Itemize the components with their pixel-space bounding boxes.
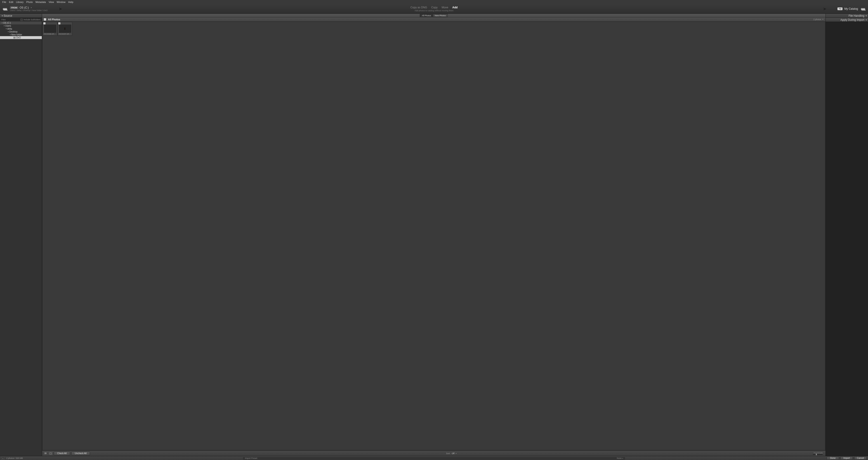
svg-rect-0 [44, 453, 45, 453]
done-button[interactable]: Done [827, 457, 839, 460]
files-row: Files Include Subfolders [0, 18, 42, 22]
menu-view[interactable]: View [47, 1, 55, 3]
import-header: FROM OS (C:) ▸ Users \ deliq \ Desktop \… [0, 4, 868, 14]
grid-header: ✓ All Photos 2 photos ▼ [42, 18, 826, 21]
loupe-view-icon[interactable] [49, 452, 53, 455]
svg-rect-1 [46, 453, 46, 453]
right-panel: File Handling◀Apply During Import◀ [826, 14, 868, 456]
menu-edit[interactable]: Edit [8, 1, 15, 3]
photo-count: 2 photos [813, 18, 822, 21]
status-bar: ▴ 2 photos / 320 MB Import Preset: None … [0, 456, 868, 460]
menu-file[interactable]: File [1, 1, 8, 3]
thumbnail[interactable]: ✓DSC03386-ARW_DxO_... [43, 22, 57, 36]
thumbnail-size-label: Thumbnails [813, 452, 823, 454]
menu-metadata[interactable]: Metadata [34, 1, 47, 3]
include-subfolders-label: Include Subfolders [24, 19, 40, 21]
status-text: 2 photos / 320 MB [6, 457, 23, 459]
sort-label: Sort: [446, 452, 451, 455]
import-preset-box[interactable]: Import Preset: None ▾ [243, 457, 625, 460]
cancel-button[interactable]: Cancel [854, 457, 867, 460]
sort-value[interactable]: Off [452, 452, 455, 455]
files-label: Files [1, 19, 6, 21]
import-actions: Copy as DNGCopyMoveAdd Add photos to cat… [410, 6, 458, 12]
thumb-filename: DSC03497-ARW_DxO_... [58, 33, 72, 35]
thumb-filename: DSC03386-ARW_DxO_... [43, 33, 57, 35]
destination-block[interactable]: ➤ TO My Catalog [821, 6, 868, 11]
menu-library[interactable]: Library [15, 1, 25, 3]
thumb-checkbox[interactable]: ✓ [43, 22, 45, 24]
tree-item-os-c-[interactable]: ▼OS (C:) [0, 22, 42, 24]
menu-help[interactable]: Help [67, 1, 75, 3]
destination-drive-icon [860, 6, 866, 11]
source-drive-icon [2, 6, 8, 11]
filter-all-photos[interactable]: All Photos [420, 14, 433, 17]
flow-arrow-icon: ➤ [59, 6, 62, 11]
thumbnail[interactable]: ✓DSC03497-ARW_DxO_... [58, 22, 72, 36]
source-panel-header[interactable]: ◀ Source [0, 14, 42, 18]
tree-item-dxo[interactable]: DxO [0, 36, 42, 39]
action-copy[interactable]: Copy [431, 6, 438, 9]
source-name: OS (C:) [20, 6, 29, 9]
center-panel: All PhotosNew Photos ✓ All Photos 2 phot… [42, 14, 826, 456]
grid-header-dropdown-icon[interactable]: ▼ [822, 19, 824, 20]
source-path: Users \ deliq \ Desktop \ New folder \ D… [10, 9, 48, 11]
filter-bar: All PhotosNew Photos [42, 14, 826, 18]
left-panel: ◀ Source Files Include Subfolders ▼OS (C… [0, 14, 42, 456]
panel-collapse-icon[interactable]: ◀ [865, 19, 867, 21]
expand-icon[interactable]: ▴ [1, 457, 4, 460]
action-move[interactable]: Move [442, 6, 448, 9]
import-button[interactable]: Import [840, 457, 853, 460]
filter-new-photos[interactable]: New Photos [433, 14, 448, 17]
uncheck-all-button[interactable]: Uncheck All [71, 452, 90, 455]
svg-rect-4 [50, 453, 52, 454]
preset-dropdown-icon[interactable]: ▾ [622, 458, 623, 459]
tree-item-deliq[interactable]: ▼deliq [0, 27, 42, 30]
action-add[interactable]: Add [452, 6, 458, 9]
source-panel-title: Source [4, 14, 12, 18]
action-copy-as-dng[interactable]: Copy as DNG [410, 6, 427, 9]
thumb-checkbox[interactable]: ✓ [58, 22, 60, 24]
grid-footer: Check All Uncheck All Sort: Off ▾ Thumbn… [42, 451, 826, 456]
import-preset-label: Import Preset: [245, 457, 258, 459]
action-subtitle: Add photos to catalog without moving the… [410, 9, 458, 12]
thumbnail-size-slider[interactable] [813, 454, 823, 455]
folder-tree: ▼OS (C:)▼Users▼deliq▼Desktop▼New folderD… [0, 22, 42, 456]
sort-dropdown-icon[interactable]: ▾ [456, 453, 457, 454]
check-all-button[interactable]: Check All [54, 452, 70, 455]
grid-view-icon[interactable] [44, 452, 48, 455]
svg-rect-2 [44, 454, 45, 454]
flow-arrow-icon: ➤ [823, 6, 827, 11]
tree-item-desktop[interactable]: ▼Desktop [0, 30, 42, 33]
tree-item-users[interactable]: ▼Users [0, 24, 42, 27]
source-dropdown-icon[interactable]: ▸ [31, 6, 32, 8]
from-badge: FROM [10, 6, 18, 9]
app-menubar: FileEditLibraryPhotoMetadataViewWindowHe… [0, 0, 868, 4]
panel-file-handling[interactable]: File Handling◀ [826, 14, 868, 18]
tree-item-new-folder[interactable]: ▼New folder [0, 33, 42, 36]
thumb-image [44, 25, 56, 33]
source-block[interactable]: FROM OS (C:) ▸ Users \ deliq \ Desktop \… [0, 6, 64, 11]
include-subfolders-checkbox[interactable] [21, 19, 23, 21]
menu-window[interactable]: Window [55, 1, 67, 3]
select-all-checkbox[interactable]: ✓ [44, 18, 46, 21]
panel-collapse-icon[interactable]: ◀ [1, 15, 3, 17]
menu-photo[interactable]: Photo [25, 1, 34, 3]
thumb-image [59, 25, 71, 33]
panel-collapse-icon[interactable]: ◀ [865, 15, 867, 17]
grid-title: All Photos [48, 18, 60, 21]
destination-name: My Catalog [844, 7, 858, 10]
thumbnail-grid: ✓DSC03386-ARW_DxO_...✓DSC03497-ARW_DxO_.… [42, 22, 825, 450]
panel-apply-during-import[interactable]: Apply During Import◀ [826, 18, 868, 22]
import-preset-value: None [617, 457, 622, 459]
svg-rect-3 [46, 454, 46, 454]
to-badge: TO [837, 7, 842, 10]
